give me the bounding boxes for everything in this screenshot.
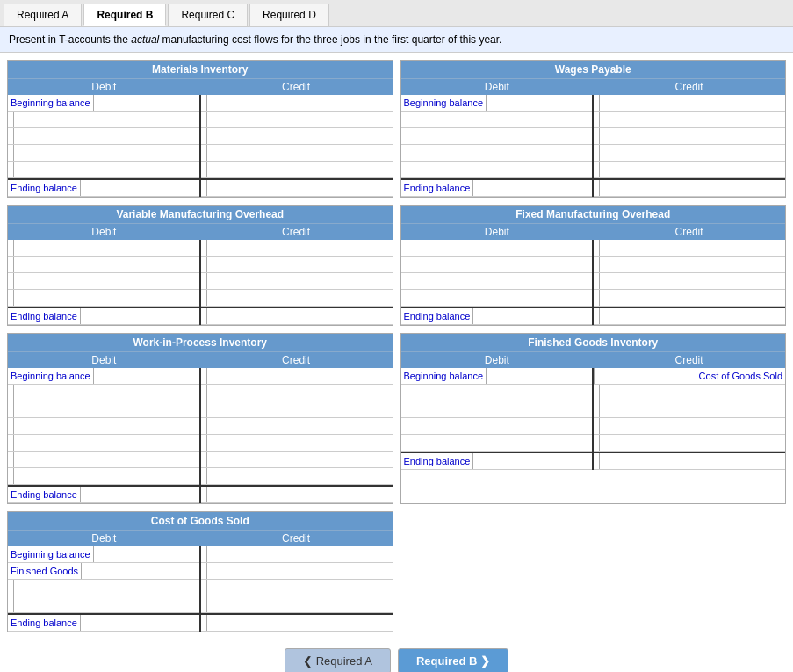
fg-debit-3-input[interactable] — [407, 401, 593, 417]
varoh-credit-4-input[interactable] — [206, 290, 393, 306]
fixoh-debit-side: Ending balance — [401, 240, 593, 325]
varoh-credit-2-input[interactable] — [206, 257, 393, 272]
wages-credit-2-input[interactable] — [599, 112, 785, 127]
fg-credit-1-input[interactable] — [594, 368, 696, 384]
wip-credit-5-input[interactable] — [206, 435, 393, 451]
materials-credit-4-input[interactable] — [206, 145, 393, 161]
fixoh-debit-1-input[interactable] — [407, 240, 593, 256]
materials-credit-1-input[interactable] — [206, 95, 393, 111]
materials-row-4 — [8, 145, 199, 162]
wip-debit-2-input[interactable] — [13, 385, 199, 401]
cogs-credit-ending-input[interactable] — [206, 615, 393, 631]
wip-credit-ending-input[interactable] — [206, 487, 393, 502]
fg-beginning-input[interactable] — [486, 368, 592, 384]
cogs-credit-3-input[interactable] — [206, 580, 393, 596]
wip-debit-5-input[interactable] — [13, 435, 199, 451]
materials-debit-3-input[interactable] — [13, 128, 199, 144]
wip-debit-3-input[interactable] — [13, 401, 199, 417]
varoh-debit-3-input[interactable] — [13, 273, 199, 289]
wip-credit-2-input[interactable] — [206, 385, 393, 401]
wages-credit-4-input[interactable] — [599, 145, 785, 161]
fixoh-credit-2-input[interactable] — [599, 257, 785, 272]
fixoh-debit-3-input[interactable] — [407, 273, 593, 289]
wip-credit-6-input[interactable] — [206, 452, 393, 467]
wip-credit-7-input[interactable] — [206, 468, 393, 484]
materials-credit-3-input[interactable] — [206, 128, 393, 144]
wages-row-4 — [401, 145, 593, 162]
fg-credit-4-input[interactable] — [599, 418, 785, 434]
nav-buttons: ❮ Required A Required B ❯ — [0, 639, 793, 672]
varoh-credit-ending-input[interactable] — [206, 308, 393, 324]
cogs-ending-input[interactable] — [80, 615, 199, 631]
wip-credit-1-input[interactable] — [206, 368, 393, 384]
varoh-debit-2-input[interactable] — [13, 257, 199, 272]
materials-credit-2-input[interactable] — [206, 112, 393, 127]
fg-credit-3-input[interactable] — [599, 401, 785, 417]
materials-debit-5-input[interactable] — [13, 162, 199, 177]
wages-beginning-input[interactable] — [486, 95, 592, 111]
wip-credit-3-input[interactable] — [206, 401, 393, 417]
wages-debit-4-input[interactable] — [407, 145, 593, 161]
materials-credit-5-input[interactable] — [206, 162, 393, 177]
wages-beginning-label: Beginning balance — [401, 97, 487, 109]
fg-debit-4-input[interactable] — [407, 418, 593, 434]
fixoh-debit-2-input[interactable] — [407, 257, 593, 272]
fixoh-credit-1-input[interactable] — [599, 240, 785, 256]
fg-credit-ending-input[interactable] — [599, 453, 785, 469]
wages-credit-3-input[interactable] — [599, 128, 785, 144]
wages-credit-2 — [594, 112, 785, 128]
tab-required-d[interactable]: Required D — [249, 4, 329, 26]
wages-debit-2-input[interactable] — [407, 112, 593, 127]
varoh-credit-3-input[interactable] — [206, 273, 393, 289]
materials-debit-4-input[interactable] — [13, 145, 199, 161]
cogs-beginning-input[interactable] — [93, 546, 199, 562]
varoh-ending-input[interactable] — [80, 308, 199, 324]
cogs-debit-3-input[interactable] — [13, 580, 199, 596]
wip-ending-input[interactable] — [80, 487, 199, 502]
wages-ending-input[interactable] — [472, 180, 592, 196]
tab-required-a[interactable]: Required A — [4, 4, 82, 26]
materials-beginning-input[interactable] — [93, 95, 199, 111]
fixoh-ending-input[interactable] — [472, 308, 592, 324]
materials-ending-input[interactable] — [80, 180, 199, 196]
fixoh-debit-4-input[interactable] — [407, 290, 593, 306]
wages-row-1: Beginning balance — [401, 95, 593, 112]
wages-credit-5-input[interactable] — [599, 162, 785, 177]
wip-credit-4-input[interactable] — [206, 418, 393, 434]
fixed-overhead-title: Fixed Manufacturing Overhead — [401, 206, 786, 223]
materials-credit-ending-input[interactable] — [206, 180, 393, 196]
fixoh-credit-ending-input[interactable] — [599, 308, 785, 324]
varoh-credit-1-input[interactable] — [206, 240, 393, 256]
prev-button[interactable]: ❮ Required A — [285, 648, 391, 672]
cogs-credit-4-input[interactable] — [206, 596, 393, 612]
cogs-debit-4-input[interactable] — [13, 596, 199, 612]
materials-debit-side: Beginning balance — [8, 95, 199, 197]
next-button[interactable]: Required B ❯ — [398, 648, 508, 672]
tab-required-c[interactable]: Required C — [168, 4, 248, 26]
cogs-credit-2-input[interactable] — [206, 563, 393, 579]
wages-credit-1-input[interactable] — [599, 95, 785, 111]
fg-debit-2-input[interactable] — [407, 385, 593, 401]
wip-debit-6-input[interactable] — [13, 452, 199, 467]
cogs-credit-1-input[interactable] — [206, 546, 393, 562]
fg-credit-2-input[interactable] — [599, 385, 785, 401]
wages-credit-ending — [594, 178, 785, 197]
varoh-debit-1-input[interactable] — [13, 240, 199, 256]
wages-debit-3-input[interactable] — [407, 128, 593, 144]
fixoh-credit-3-input[interactable] — [599, 273, 785, 289]
tab-required-b[interactable]: Required B — [83, 4, 166, 26]
wip-debit-4-input[interactable] — [13, 418, 199, 434]
cogs-fg-input[interactable] — [81, 563, 199, 579]
varoh-debit-4-input[interactable] — [13, 290, 199, 306]
fg-debit-5-input[interactable] — [407, 435, 593, 451]
wip-beginning-input[interactable] — [93, 368, 199, 384]
fixoh-row-2 — [401, 257, 593, 273]
wages-debit-5-input[interactable] — [407, 162, 593, 177]
fg-credit-5-input[interactable] — [599, 435, 785, 451]
materials-debit-2-input[interactable] — [13, 112, 199, 127]
fixoh-credit-4-input[interactable] — [599, 290, 785, 306]
cogs-account: Cost of Goods Sold Debit Credit Beginnin… — [7, 511, 393, 632]
fg-ending-input[interactable] — [472, 453, 592, 469]
wages-credit-ending-input[interactable] — [599, 180, 785, 196]
wip-debit-7-input[interactable] — [13, 468, 199, 484]
